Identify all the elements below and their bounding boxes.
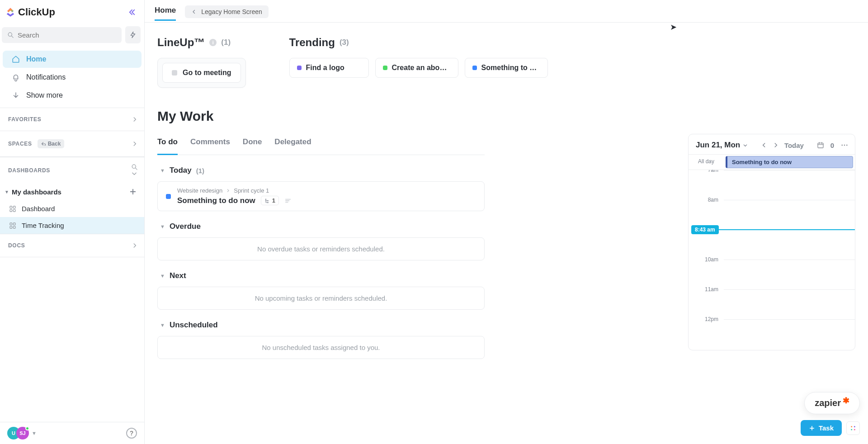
hour-slot[interactable] [724, 319, 855, 349]
svg-rect-11 [13, 226, 15, 228]
empty-state: No unscheduled tasks assigned to you. [157, 336, 485, 359]
task-breadcrumb: Website redesign Sprint cycle 1 [177, 187, 476, 194]
hour-slot[interactable] [724, 289, 855, 319]
docs-header[interactable]: DOCS [0, 234, 144, 257]
lineup-task-card[interactable]: Go to meeting [162, 63, 241, 83]
more-icon[interactable] [840, 141, 849, 149]
logo[interactable]: ClickUp [5, 6, 55, 18]
svg-rect-6 [10, 209, 12, 212]
online-status-dot [25, 426, 29, 430]
status-dot-icon [472, 66, 477, 70]
info-icon[interactable]: i [209, 39, 217, 46]
bell-icon [12, 73, 20, 81]
new-task-button[interactable]: Task [801, 420, 842, 436]
user-avatars[interactable]: U SJ ▼ [7, 427, 37, 439]
page-title[interactable]: Home [155, 6, 176, 21]
group-overdue-header[interactable]: ▼Overdue [160, 222, 485, 231]
task-row[interactable]: Website redesign Sprint cycle 1 Somethin… [157, 181, 485, 211]
group-next-header[interactable]: ▼Next [160, 271, 485, 280]
trending-section: Trending(3) Find a logo Create an about … [289, 36, 855, 88]
calendar-today-button[interactable]: Today [784, 142, 804, 149]
sidebar-item-notifications[interactable]: Notifications [3, 69, 142, 86]
status-dot-icon [383, 66, 387, 70]
quick-action-button[interactable] [125, 26, 141, 43]
sidebar-item-show-more[interactable]: Show more [3, 87, 142, 104]
task-name: Something to do now [177, 196, 255, 205]
trending-card[interactable]: Create an about … [375, 58, 458, 78]
dashboard-item-dashboard[interactable]: Dashboard [0, 200, 144, 217]
calendar-icon[interactable] [817, 142, 824, 149]
chevron-right-icon [226, 189, 230, 193]
trending-card[interactable]: Find a logo [289, 58, 369, 78]
hour-label: 7am [689, 170, 724, 197]
sidebar-item-label: Show more [26, 91, 63, 99]
trending-count: (3) [340, 38, 349, 47]
svg-point-18 [851, 426, 852, 427]
zapier-button[interactable]: zapier✱ [804, 392, 860, 414]
subtask-icon [264, 198, 270, 203]
hour-slot[interactable] [724, 170, 855, 200]
tab-comments[interactable]: Comments [190, 134, 230, 155]
svg-rect-4 [10, 206, 12, 208]
tab-done[interactable]: Done [243, 134, 262, 155]
lightning-icon [129, 31, 137, 38]
svg-point-21 [854, 429, 855, 430]
svg-point-12 [267, 200, 269, 201]
calendar-event-count: 0 [830, 142, 834, 149]
hour-slot[interactable] [724, 260, 855, 289]
top-bar: Home Legacy Home Screen [145, 0, 868, 23]
apps-button[interactable] [846, 421, 860, 435]
task-status-icon [172, 70, 177, 76]
dashboard-item-label: Time Tracking [22, 222, 64, 229]
search-icon [7, 32, 14, 38]
trending-card[interactable]: Something to do… [465, 58, 548, 78]
calendar-date[interactable]: Jun 21, Mon [696, 141, 748, 150]
sidebar-item-label: Home [26, 55, 46, 63]
hour-label: 12pm [689, 316, 724, 346]
dashboards-header[interactable]: DASHBOARDS [0, 157, 144, 183]
caret-down-icon: ▼ [160, 168, 165, 173]
group-unscheduled-header[interactable]: ▼Unscheduled [160, 321, 485, 330]
caret-down-icon: ▼ [160, 273, 165, 279]
caret-down-icon: ▼ [32, 430, 37, 436]
plus-icon [809, 425, 815, 431]
collapse-sidebar-icon[interactable] [128, 8, 136, 16]
tab-todo[interactable]: To do [157, 134, 178, 155]
calendar-widget: Jun 21, Mon Today 0 All da [688, 134, 855, 350]
group-today-header[interactable]: ▼Today(1) [160, 166, 485, 175]
dashboard-icon [9, 205, 16, 213]
calendar-next[interactable] [773, 142, 779, 148]
subtasks-pill[interactable]: 1 [261, 196, 279, 205]
svg-line-1 [11, 36, 13, 38]
sidebar-item-label: Notifications [26, 73, 66, 81]
zapier-asterisk-icon: ✱ [843, 396, 849, 406]
favorites-header[interactable]: FAVORITES [0, 108, 144, 131]
home-icon [12, 55, 20, 63]
plus-icon[interactable] [129, 188, 137, 196]
apps-icon [849, 425, 857, 432]
calendar-prev[interactable] [761, 142, 767, 148]
spaces-back-chip[interactable]: Back [38, 139, 65, 148]
notes-icon[interactable] [284, 197, 292, 204]
hour-label: 8am [689, 197, 724, 227]
chevron-down-icon[interactable] [131, 170, 137, 177]
allday-event[interactable]: Something to do now [726, 156, 853, 168]
legacy-home-button[interactable]: Legacy Home Screen [185, 5, 269, 18]
chevron-right-icon [132, 141, 138, 147]
search-input[interactable] [2, 27, 122, 43]
help-icon[interactable]: ? [126, 428, 137, 439]
caret-down-icon: ▼ [160, 322, 165, 328]
chevron-right-icon [132, 116, 138, 123]
svg-rect-5 [13, 206, 15, 208]
svg-rect-14 [818, 143, 823, 148]
sidebar-item-home[interactable]: Home [3, 51, 142, 68]
svg-point-20 [851, 429, 852, 430]
spaces-header[interactable]: SPACES Back [0, 131, 144, 157]
my-dashboards-header[interactable]: ▼My dashboards [0, 183, 144, 200]
tab-delegated[interactable]: Delegated [274, 134, 311, 155]
lineup-count: (1) [221, 38, 231, 47]
svg-rect-10 [10, 226, 12, 228]
dashboard-item-time-tracking[interactable]: Time Tracking [0, 217, 144, 234]
caret-down-icon [743, 143, 748, 148]
search-icon[interactable] [131, 164, 138, 170]
